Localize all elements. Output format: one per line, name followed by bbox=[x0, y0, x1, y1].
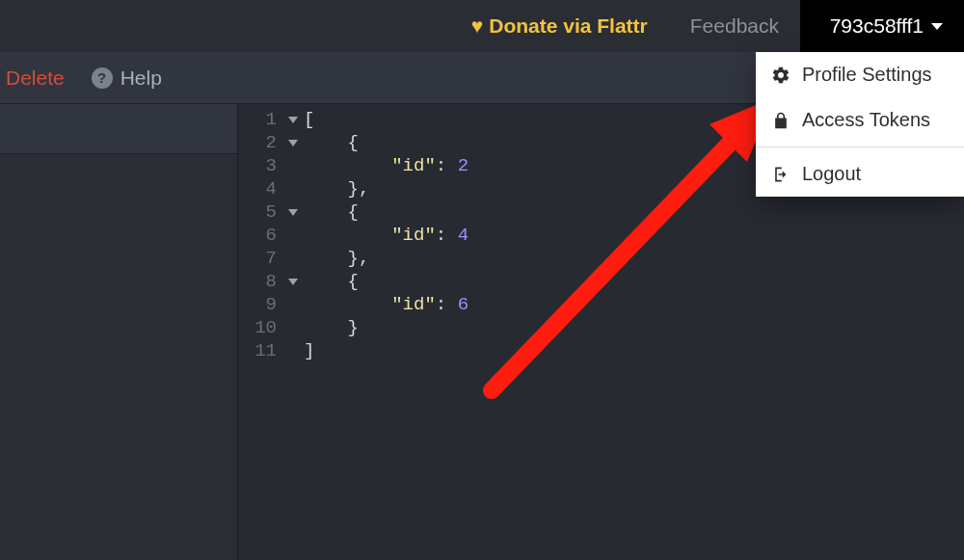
tok-number: 4 bbox=[458, 225, 469, 246]
line-number: 10 bbox=[238, 316, 277, 339]
user-dropdown: Profile Settings Access Tokens Logout bbox=[756, 52, 964, 197]
line-number: 2 bbox=[238, 131, 277, 154]
tok-brace-close: }, bbox=[348, 248, 370, 269]
user-label: 793c58fff1 bbox=[830, 14, 924, 38]
delete-button[interactable]: Delete bbox=[6, 67, 65, 90]
line-number: 9 bbox=[238, 293, 277, 316]
menu-item-access-tokens[interactable]: Access Tokens bbox=[756, 97, 964, 143]
topbar: ♥ Donate via Flattr Feedback 793c58fff1 bbox=[0, 0, 964, 52]
editor-code[interactable]: [ { "id": 2 }, { "id": 4 }, { "id": 6 } … bbox=[304, 108, 469, 362]
donate-label: Donate via Flattr bbox=[489, 14, 648, 38]
menu-item-label: Access Tokens bbox=[802, 109, 930, 131]
menu-item-label: Profile Settings bbox=[802, 64, 932, 86]
left-pane bbox=[0, 104, 237, 560]
tok-brace-open: { bbox=[348, 201, 359, 223]
menu-item-profile-settings[interactable]: Profile Settings bbox=[756, 52, 964, 97]
editor-gutter-line-numbers: 1 2 3 4 5 6 7 8 9 10 11 bbox=[238, 108, 282, 362]
gear-icon bbox=[771, 66, 790, 85]
help-label: Help bbox=[120, 67, 162, 90]
line-number: 8 bbox=[238, 270, 277, 293]
line-number: 11 bbox=[238, 339, 277, 362]
tok-key: "id" bbox=[391, 155, 436, 176]
menu-item-logout[interactable]: Logout bbox=[756, 151, 964, 197]
fold-icon[interactable] bbox=[288, 140, 298, 147]
feedback-label: Feedback bbox=[690, 14, 779, 38]
left-pane-strip bbox=[0, 104, 237, 154]
chevron-down-icon bbox=[931, 23, 943, 30]
logout-icon bbox=[771, 165, 790, 184]
donate-link[interactable]: ♥ Donate via Flattr bbox=[450, 0, 669, 52]
fold-icon[interactable] bbox=[288, 117, 298, 123]
heart-icon: ♥ bbox=[471, 14, 483, 38]
menu-separator bbox=[756, 147, 964, 147]
tok-bracket-open: [ bbox=[304, 109, 314, 130]
fold-icon[interactable] bbox=[288, 279, 298, 285]
user-menu-button[interactable]: 793c58fff1 bbox=[800, 0, 964, 52]
line-number: 3 bbox=[238, 154, 277, 177]
lock-icon bbox=[771, 111, 790, 130]
tok-colon: : bbox=[436, 294, 458, 315]
line-number: 4 bbox=[238, 177, 277, 200]
line-number: 5 bbox=[238, 200, 277, 224]
help-button[interactable]: ? Help bbox=[92, 67, 162, 90]
tok-bracket-close: ] bbox=[304, 340, 314, 361]
tok-number: 2 bbox=[458, 155, 469, 176]
tok-brace-open: { bbox=[348, 271, 359, 292]
tok-colon: : bbox=[436, 155, 458, 176]
tok-colon: : bbox=[436, 225, 458, 246]
menu-item-label: Logout bbox=[802, 163, 861, 185]
line-number: 7 bbox=[238, 247, 277, 270]
tok-key: "id" bbox=[391, 294, 436, 315]
line-number: 6 bbox=[238, 224, 277, 247]
fold-icon[interactable] bbox=[288, 209, 298, 216]
tok-brace-open: { bbox=[348, 132, 359, 153]
tok-key: "id" bbox=[391, 225, 436, 246]
feedback-link[interactable]: Feedback bbox=[669, 0, 800, 52]
tok-brace-close: } bbox=[348, 317, 359, 338]
tok-number: 6 bbox=[458, 294, 469, 315]
line-number: 1 bbox=[238, 108, 277, 131]
question-icon: ? bbox=[92, 67, 113, 89]
editor-gutter-fold bbox=[282, 108, 304, 362]
tok-brace-close: }, bbox=[348, 178, 370, 200]
